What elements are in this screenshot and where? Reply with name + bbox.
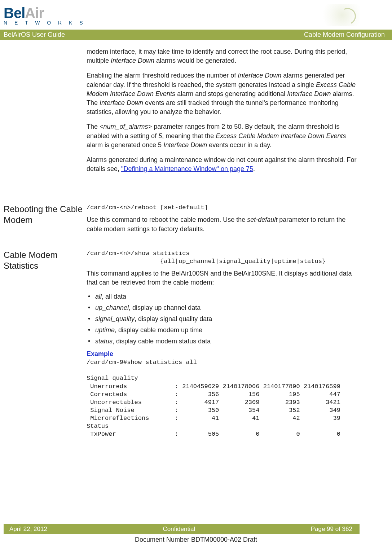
logo-text-air: Air — [25, 5, 44, 21]
body-text: Use this command to reboot the cable mod… — [87, 215, 360, 233]
command-syntax: /card/cm-<n>/reboot [set-default] — [87, 204, 360, 212]
logo-text-bel: Bel — [4, 5, 25, 21]
list-item: status, display cable modem status data — [87, 338, 360, 345]
page-header: BelAir N E T W O R K S — [0, 0, 392, 30]
command-syntax: /card/cm-<n>/show statistics {all|up_cha… — [87, 250, 360, 265]
cross-ref-link[interactable]: "Defining a Maintenance Window" on page … — [121, 165, 253, 172]
belair-logo: BelAir N E T W O R K S — [4, 5, 86, 26]
footer-date: April 22, 2012 — [9, 526, 47, 533]
footer-page: Page 99 of 362 — [311, 526, 352, 533]
footer-confidential: Confidential — [163, 526, 195, 533]
example-output: /card/cm-9#show statistics all Signal qu… — [87, 359, 360, 438]
section-heading-reboot: Rebooting the Cable Modem — [4, 204, 83, 225]
list-item: signal_quality, display signal quality d… — [87, 315, 360, 323]
swirl-icon — [316, 4, 360, 26]
title-bar: BelAirOS User Guide Cable Modem Configur… — [0, 30, 392, 40]
list-item: all, all data — [87, 293, 360, 300]
logo-subtext: N E T W O R K S — [4, 20, 86, 26]
body-text: This command applies to the BelAir100SN … — [87, 269, 360, 287]
body-text: The <num_of_alarms> parameter ranges fro… — [87, 122, 360, 150]
list-item: up_channel, display up channel data — [87, 304, 360, 312]
footer-bar: April 22, 2012 Confidential Page 99 of 3… — [4, 524, 360, 534]
body-text: modem interface, it may take time to ide… — [87, 47, 360, 65]
document-number: Document Number BDTM00000-A02 Draft — [0, 536, 392, 544]
body-text: Alarms generated during a maintenance wi… — [87, 155, 360, 173]
section-heading-stats: Cable Modem Statistics — [4, 250, 83, 271]
guide-title: BelAirOS User Guide — [4, 31, 65, 39]
body-text: Enabling the alarm threshold reduces the… — [87, 71, 360, 117]
list-item: uptime, display cable modem up time — [87, 326, 360, 334]
option-list: all, all data up_channel, display up cha… — [87, 293, 360, 345]
example-heading: Example — [87, 350, 360, 358]
chapter-title: Cable Modem Configuration — [304, 31, 385, 39]
